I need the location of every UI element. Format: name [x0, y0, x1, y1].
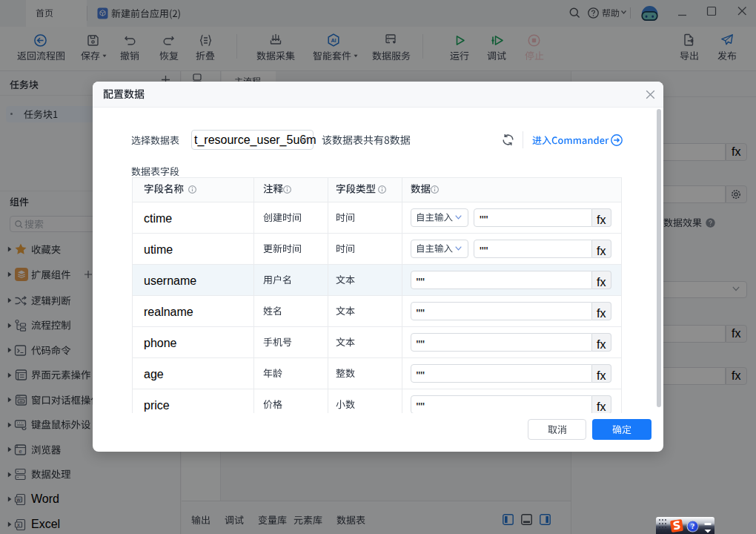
svg-text:?: ?: [691, 522, 694, 530]
